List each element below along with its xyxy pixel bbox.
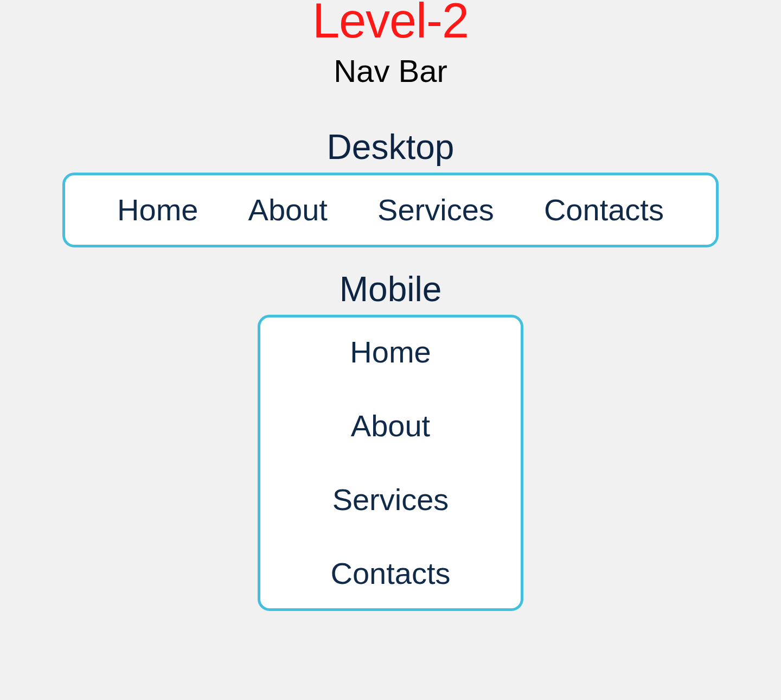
nav-link-contacts[interactable]: Contacts	[544, 195, 664, 225]
navbar-mobile: Home About Services Contacts	[258, 315, 523, 611]
nav-link-services[interactable]: Services	[332, 485, 449, 515]
nav-link-contacts[interactable]: Contacts	[331, 558, 451, 589]
nav-link-home[interactable]: Home	[117, 195, 198, 225]
page-title: Level-2	[312, 0, 469, 42]
page-subtitle: Nav Bar	[334, 53, 447, 89]
desktop-section-heading: Desktop	[327, 127, 454, 167]
nav-link-services[interactable]: Services	[377, 195, 494, 225]
nav-link-about[interactable]: About	[248, 195, 328, 225]
navbar-desktop: Home About Services Contacts	[62, 173, 719, 247]
mobile-section-heading: Mobile	[340, 269, 442, 309]
nav-link-about[interactable]: About	[351, 411, 430, 441]
nav-link-home[interactable]: Home	[350, 337, 431, 367]
